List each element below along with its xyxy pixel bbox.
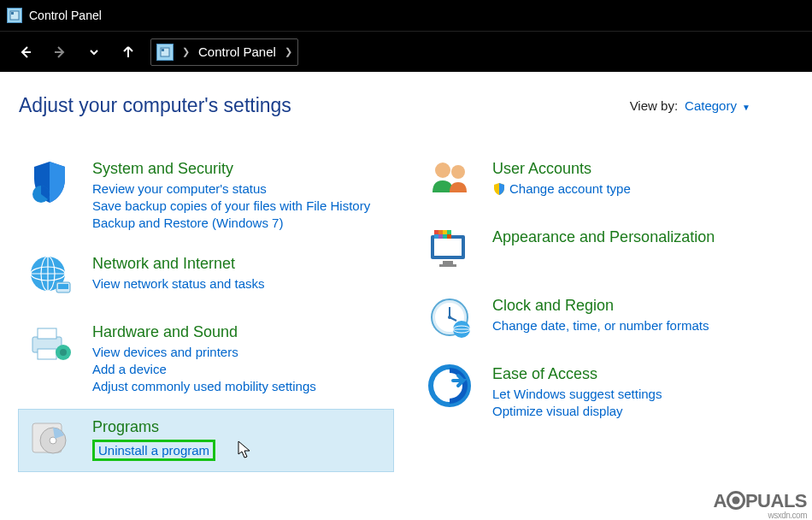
- nav-bar: ❯ Control Panel ❯: [0, 31, 812, 72]
- category-link-text: Change account type: [509, 181, 631, 196]
- uac-shield-icon: [492, 182, 506, 196]
- shield-icon: [22, 158, 77, 206]
- svg-rect-33: [438, 234, 443, 239]
- svg-rect-31: [447, 230, 451, 234]
- back-button[interactable]: [14, 40, 38, 64]
- category-link[interactable]: Optimize visual display: [492, 404, 790, 418]
- content-area: Adjust your computer's settings View by:…: [0, 72, 812, 520]
- page-title: Adjust your computer's settings: [19, 94, 291, 117]
- svg-rect-1: [11, 12, 14, 15]
- svg-rect-29: [438, 230, 443, 234]
- category-link[interactable]: View devices and printers: [92, 345, 390, 359]
- uninstall-program-link[interactable]: Uninstall a program: [98, 443, 209, 458]
- category-link[interactable]: Add a device: [92, 362, 390, 376]
- view-by-dropdown[interactable]: Category ▼: [685, 98, 750, 113]
- monitor-palette-icon: [422, 227, 477, 275]
- category-title[interactable]: User Accounts: [492, 160, 790, 178]
- watermark-b: PUALS: [745, 490, 807, 511]
- category-title[interactable]: Programs: [92, 418, 390, 436]
- category-clock-region: Clock and Region Change date, time, or n…: [419, 288, 793, 350]
- svg-rect-28: [434, 230, 438, 234]
- control-panel-icon: [7, 8, 22, 23]
- category-system-security: System and Security Review your computer…: [19, 151, 393, 239]
- svg-rect-30: [443, 230, 447, 234]
- category-link[interactable]: Review your computer's status: [92, 181, 390, 196]
- window-title: Control Panel: [29, 9, 102, 22]
- category-network-internet: Network and Internet View network status…: [19, 246, 393, 308]
- right-column: User Accounts Change account type: [419, 151, 793, 478]
- caret-down-icon: ▼: [742, 103, 750, 112]
- category-title[interactable]: System and Security: [92, 160, 390, 178]
- category-link[interactable]: Backup and Restore (Windows 7): [92, 216, 390, 230]
- svg-rect-16: [38, 349, 56, 359]
- watermark: APUALS wsxdn.com: [714, 490, 807, 520]
- watermark-circle-icon: [727, 491, 745, 510]
- view-by-label: View by:: [630, 98, 678, 113]
- svg-rect-32: [434, 234, 438, 239]
- category-title[interactable]: Network and Internet: [92, 255, 390, 273]
- globe-icon: [22, 253, 77, 301]
- view-by-value: Category: [685, 98, 737, 113]
- category-link[interactable]: Change date, time, or number formats: [492, 318, 790, 333]
- svg-rect-35: [447, 234, 451, 239]
- view-by-control: View by: Category ▼: [630, 98, 750, 113]
- category-title[interactable]: Clock and Region: [492, 297, 790, 315]
- svg-point-23: [451, 165, 465, 179]
- category-columns: System and Security Review your computer…: [19, 151, 793, 478]
- svg-rect-25: [434, 239, 462, 256]
- users-icon: [422, 158, 477, 206]
- svg-rect-5: [162, 49, 164, 51]
- breadcrumb-root[interactable]: Control Panel: [198, 44, 276, 59]
- clock-icon: [422, 295, 477, 343]
- address-bar-icon: [156, 44, 174, 61]
- svg-rect-13: [58, 284, 68, 289]
- svg-rect-34: [443, 234, 447, 239]
- svg-rect-15: [38, 328, 56, 339]
- recent-dropdown[interactable]: [82, 40, 106, 64]
- change-account-type-link[interactable]: Change account type: [492, 181, 790, 196]
- svg-point-22: [435, 162, 450, 178]
- disc-icon: [22, 417, 77, 464]
- category-title[interactable]: Hardware and Sound: [92, 323, 390, 341]
- category-appearance: Appearance and Personalization: [419, 220, 793, 281]
- up-button[interactable]: [116, 40, 140, 64]
- category-link[interactable]: Let Windows suggest settings: [492, 387, 790, 401]
- address-bar[interactable]: ❯ Control Panel ❯: [150, 38, 298, 66]
- watermark-a: A: [714, 490, 727, 511]
- printer-icon: [22, 322, 77, 369]
- category-title[interactable]: Ease of Access: [492, 365, 790, 383]
- watermark-url: wsxdn.com: [714, 511, 807, 520]
- category-link[interactable]: Save backup copies of your files with Fi…: [92, 198, 390, 213]
- category-programs: Programs Uninstall a program: [19, 410, 393, 471]
- svg-rect-27: [439, 264, 456, 267]
- category-ease-of-access: Ease of Access Let Windows suggest setti…: [419, 357, 793, 428]
- title-bar: Control Panel: [0, 0, 812, 31]
- chevron-right-icon: ❯: [182, 46, 190, 57]
- category-title[interactable]: Appearance and Personalization: [492, 228, 790, 246]
- ease-of-access-icon: [422, 363, 477, 411]
- svg-point-40: [448, 316, 451, 319]
- forward-button[interactable]: [48, 40, 72, 64]
- category-hardware-sound: Hardware and Sound View devices and prin…: [19, 315, 393, 403]
- category-user-accounts: User Accounts Change account type: [419, 151, 793, 213]
- chevron-right-icon: ❯: [285, 46, 292, 57]
- left-column: System and Security Review your computer…: [19, 151, 393, 478]
- highlight-box: Uninstall a program: [92, 440, 215, 461]
- category-link[interactable]: View network status and tasks: [92, 276, 390, 291]
- svg-rect-26: [443, 261, 453, 264]
- category-link[interactable]: Adjust commonly used mobility settings: [92, 379, 390, 393]
- svg-point-18: [60, 349, 67, 356]
- content-header: Adjust your computer's settings View by:…: [19, 94, 793, 117]
